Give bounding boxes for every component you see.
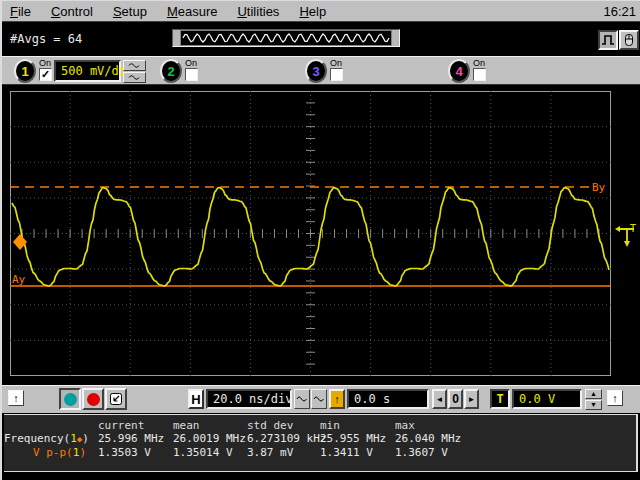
channel-3-on-checkbox[interactable] (330, 68, 343, 81)
trigger-position-icon[interactable]: T (612, 222, 640, 250)
channel-controls-row: 1 On ✓ 500 mV/div 2 On 3 On 4 On (2, 56, 640, 85)
channel-1-on-checkbox[interactable]: ✓ (39, 68, 52, 81)
stop-icon (87, 393, 100, 406)
up-arrow-icon: ↑ (334, 393, 340, 405)
sine-icon (128, 62, 142, 69)
zero-position-button[interactable]: 0 (448, 389, 463, 409)
channel-3-badge[interactable]: 3 (305, 59, 327, 83)
measurement-label: V p-p(1) (4, 446, 86, 459)
marker-a-label: Ay (12, 273, 26, 286)
svg-text:T: T (630, 223, 636, 234)
menu-measure[interactable]: Measure (167, 4, 218, 19)
stop-button[interactable] (82, 388, 104, 410)
run-mode-button[interactable] (598, 30, 618, 50)
trigger-menu-button[interactable]: T (490, 389, 510, 409)
up-arrow-icon: ↑ (13, 392, 19, 404)
timebase-compress-button[interactable] (311, 389, 327, 409)
scroll-left-button[interactable]: ◄ (432, 389, 447, 409)
sine-icon (296, 395, 308, 403)
channel-1-scale-up-button[interactable] (123, 60, 146, 71)
channel-2-badge[interactable]: 2 (160, 59, 182, 83)
column-header: min (320, 419, 340, 432)
channel-1-on-label: On (39, 58, 51, 68)
measurement-value: 3.87 mV (247, 446, 293, 459)
run-button[interactable] (59, 388, 81, 410)
scroll-up-right-button[interactable]: ↑ (607, 390, 623, 406)
status-row: #Avgs = 64 (2, 21, 640, 56)
horizontal-position-display[interactable]: 0.0 s (347, 389, 429, 409)
menu-setup[interactable]: Setup (113, 4, 147, 19)
channel-1-badge[interactable]: 1 (14, 59, 36, 83)
run-icon (64, 393, 77, 406)
measurements-header-row: current mean std dev min max (4, 419, 636, 432)
measurement-label: Frequency(1◆) (4, 432, 86, 445)
measurement-row-frequency: Frequency(1◆) 25.996 MHz 26.0019 MHz 6.2… (4, 432, 636, 445)
column-header: current (98, 419, 144, 432)
waveform-display-area: ByAy T (2, 85, 640, 385)
down-triangle-icon: ▼ (590, 401, 597, 408)
scroll-right-button[interactable]: ► (464, 389, 479, 409)
marker-b-label: By (592, 181, 606, 194)
averages-readout: #Avgs = 64 (10, 32, 82, 46)
measurement-value: 25.996 MHz (98, 432, 164, 445)
channel-2-on-checkbox[interactable] (185, 68, 198, 81)
left-arrow-icon: ◄ (436, 395, 444, 404)
preview-waveform-window (180, 30, 392, 46)
menu-utilities[interactable]: Utilities (237, 4, 279, 19)
menu-file[interactable]: File (10, 4, 31, 19)
up-arrow-icon: ↑ (612, 392, 618, 404)
trigger-level-down-button[interactable]: ▼ (585, 400, 602, 410)
mouse-settings-button[interactable] (619, 30, 639, 50)
channel-3-on-label: On (330, 58, 342, 68)
channel-1-scale-down-button[interactable] (123, 72, 146, 83)
waveform-plot[interactable]: ByAy (10, 91, 611, 376)
trigger-level-up-button[interactable]: ▲ (585, 389, 602, 399)
trigger-reference-button[interactable]: ↑ (329, 389, 345, 409)
preview-right-cap[interactable] (392, 30, 399, 46)
menu-help[interactable]: Help (299, 4, 326, 19)
preview-left-cap[interactable] (173, 30, 180, 46)
measurement-value: 1.3411 V (320, 446, 373, 459)
channel-1-scale-display[interactable]: 500 mV/div (54, 60, 121, 82)
measurement-value: 6.273109 kHz (247, 432, 326, 445)
timebase-expand-button[interactable] (294, 389, 310, 409)
oscilloscope-window: File Control Setup Measure Utilities Hel… (0, 0, 640, 480)
measurement-value: 25.955 MHz (320, 432, 386, 445)
right-arrow-icon: ► (468, 395, 476, 404)
measurement-value: 1.3503 V (98, 446, 151, 459)
menu-bar: File Control Setup Measure Utilities Hel… (2, 1, 640, 21)
channel-4-badge[interactable]: 4 (448, 59, 470, 83)
pointer-mode-button[interactable] (105, 388, 127, 410)
acquisition-preview-scrollbar[interactable] (172, 29, 400, 47)
measurement-value: 1.3607 V (395, 446, 448, 459)
horizontal-menu-button[interactable]: H (188, 389, 204, 409)
measurement-value: 26.0019 MHz (173, 432, 246, 445)
measurements-panel: current mean std dev min max Frequency(1… (4, 414, 638, 472)
column-header: std dev (247, 419, 293, 432)
column-header: mean (173, 419, 200, 432)
preview-sine-icon (181, 31, 391, 45)
mouse-icon (622, 33, 636, 47)
measurement-value: 26.040 MHz (395, 432, 461, 445)
measurement-value: 1.35014 V (173, 446, 233, 459)
sine-icon (128, 74, 142, 81)
sine-icon (313, 395, 325, 403)
measurement-row-vpp: V p-p(1) 1.3503 V 1.35014 V 3.87 mV 1.34… (4, 446, 636, 459)
timebase-display[interactable]: 20.0 ns/div (206, 389, 292, 409)
channel-4-on-checkbox[interactable] (473, 68, 486, 81)
scroll-up-left-button[interactable]: ↑ (8, 390, 24, 406)
menu-control[interactable]: Control (51, 4, 93, 19)
horizontal-trigger-toolbar: ↑ H 20.0 ns/div ↑ 0.0 s ◄ 0 ► T 0.0 V ▲ … (2, 385, 640, 413)
up-triangle-icon: ▲ (590, 390, 597, 397)
pulse-icon (601, 33, 615, 47)
pointer-icon (109, 392, 123, 406)
trigger-level-display[interactable]: 0.0 V (512, 389, 582, 409)
column-header: max (395, 419, 415, 432)
channel-4-on-label: On (473, 58, 485, 68)
channel-2-on-label: On (185, 58, 197, 68)
clock: 16:21 (603, 4, 636, 19)
